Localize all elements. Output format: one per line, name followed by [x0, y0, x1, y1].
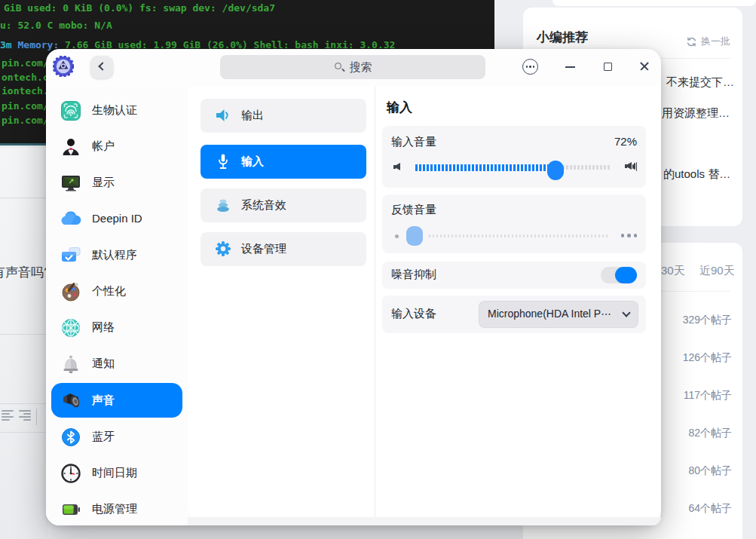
chevron-down-icon — [622, 308, 630, 317]
datetime-icon — [60, 463, 81, 484]
menu-ellipsis-button[interactable] — [522, 59, 538, 75]
input-device-label: 输入设备 — [391, 307, 436, 321]
close-button[interactable] — [638, 60, 651, 73]
recommend-post[interactable]: 的utools 替… — [663, 167, 730, 182]
sidebar-item-bluetooth[interactable]: 蓝牙 — [51, 419, 182, 455]
noise-suppression-toggle[interactable] — [601, 267, 637, 283]
toolbar-separator — [36, 409, 37, 425]
recommend-post[interactable]: 不来提交下… — [666, 75, 734, 90]
indent-list-icon[interactable] — [19, 410, 32, 421]
refresh-label: 换一批 — [701, 35, 730, 48]
divider — [0, 334, 48, 335]
sidebar-item-display[interactable]: 显示 — [51, 165, 182, 201]
terminal-line: ontech.c — [2, 72, 49, 83]
sidebar-item-personalization[interactable]: 个性化 — [51, 274, 182, 310]
sidebar-item-account[interactable]: 帐户 — [51, 129, 182, 165]
sound-nav-label: 输出 — [241, 109, 264, 123]
sidebar-item-label: 声音 — [92, 394, 115, 408]
feedback-volume-label: 反馈音量 — [391, 203, 436, 217]
post-count: 117个帖子 — [684, 389, 732, 403]
sidebar-item-label: 电源管理 — [92, 502, 137, 516]
refresh-icon — [686, 36, 697, 47]
input-volume-label: 输入音量 — [391, 135, 436, 149]
sidebar-item-sound[interactable]: 声音 — [51, 383, 182, 418]
terminal-line: GiB used: 0 KiB (0.0%) fs: swap dev: /de… — [4, 2, 275, 14]
background-question-text: 有声音吗? — [0, 264, 51, 281]
recommend-post[interactable]: 用资源整理… — [662, 106, 730, 121]
input-volume-slider[interactable] — [415, 159, 610, 176]
terminal-line: iontech. — [2, 85, 49, 96]
feedback-volume-card: 反馈音量 — [382, 194, 646, 253]
back-button[interactable] — [90, 56, 113, 78]
sound-nav-device-management[interactable]: 设备管理 — [200, 232, 366, 266]
sound-nav-output[interactable]: 输出 — [200, 99, 366, 133]
noise-suppression-label: 噪音抑制 — [391, 268, 436, 282]
sidebar-item-label: 时间日期 — [92, 466, 137, 480]
sidebar-item-label: 默认程序 — [92, 248, 137, 262]
bluetooth-icon — [60, 427, 81, 448]
sidebar-item-power[interactable]: 电源管理 — [51, 492, 182, 528]
sidebar-item-label: 个性化 — [92, 284, 126, 299]
minimize-button[interactable] — [564, 60, 577, 73]
chevron-left-icon — [98, 62, 106, 70]
microphone-icon — [214, 152, 232, 170]
sound-nav-label: 系统音效 — [241, 198, 286, 213]
divider — [0, 403, 48, 404]
recommend-title: 小编推荐 — [537, 29, 588, 46]
terminal-line: u: 52.0 C mobo: N/A — [0, 20, 112, 31]
search-input[interactable]: 搜索 — [220, 55, 485, 79]
sidebar-item-datetime[interactable]: 时间日期 — [51, 455, 182, 492]
slider-track-fill — [415, 164, 556, 171]
divider — [0, 198, 48, 198]
input-volume-value: 72% — [614, 135, 637, 148]
personalization-icon — [60, 281, 81, 302]
control-center-window: 搜索 生物认证 — [46, 49, 661, 525]
input-volume-card: 输入音量 72% — [382, 126, 646, 188]
sidebar-item-deepin-id[interactable]: Deepin ID — [51, 201, 182, 237]
volume-high-icon[interactable] — [625, 161, 635, 172]
divider — [0, 432, 48, 433]
post-count: 80个帖子 — [688, 464, 732, 478]
sound-nav-system-effects[interactable]: 系统音效 — [200, 188, 366, 222]
noise-suppression-card: 噪音抑制 — [382, 262, 646, 289]
terminal-line: pin.com/ — [2, 57, 49, 69]
background-card-top — [552, 0, 756, 6]
slider-thumb[interactable] — [547, 161, 564, 180]
window-bottom-strip — [188, 517, 661, 525]
sound-nav-label: 输入 — [241, 155, 264, 169]
speaker-output-icon — [214, 106, 232, 124]
panel-divider — [375, 87, 375, 517]
cloud-icon — [60, 209, 81, 230]
volume-low-icon[interactable] — [393, 161, 404, 173]
sidebar-item-network[interactable]: 网络 — [51, 310, 182, 346]
sidebar-item-biometric[interactable]: 生物认证 — [51, 93, 182, 129]
post-count: 64个帖子 — [688, 502, 732, 516]
background-left-panel: 有声音吗? — [0, 148, 48, 539]
page-title: 输入 — [387, 99, 412, 116]
feedback-meter-track — [429, 234, 610, 237]
post-count: 126个帖子 — [683, 351, 732, 365]
sound-nav-input[interactable]: 输入 — [200, 145, 366, 179]
terminal-line: pin.com/ — [2, 100, 49, 112]
maximize-button[interactable] — [601, 60, 615, 73]
search-placeholder: 搜索 — [350, 60, 372, 75]
refresh-batch-button[interactable]: 换一批 — [686, 35, 730, 48]
sidebar-item-label: 帐户 — [92, 139, 115, 154]
more-ellipsis-icon[interactable] — [621, 234, 638, 237]
sound-effect-icon — [214, 196, 232, 214]
input-device-dropdown[interactable]: Microphone(HDA Intel P⋯ — [479, 301, 638, 328]
search-icon — [334, 62, 344, 72]
default-apps-icon — [60, 245, 81, 266]
align-list-icon[interactable] — [2, 410, 14, 421]
post-count: 329个帖子 — [683, 314, 732, 327]
sidebar-item-label: 蓝牙 — [92, 430, 115, 444]
terminal-line: pin.com/ — [2, 115, 49, 126]
notification-icon — [60, 354, 81, 375]
feedback-meter-level — [406, 226, 423, 246]
sidebar-item-notification[interactable]: 通知 — [51, 346, 182, 382]
tab-recent-90-days[interactable]: 近90天 — [699, 264, 735, 278]
input-device-card: 输入设备 Microphone(HDA Intel P⋯ — [382, 296, 646, 333]
toggle-knob — [615, 267, 637, 283]
sidebar-item-default-apps[interactable]: 默认程序 — [51, 237, 182, 274]
sidebar-item-label: 生物认证 — [92, 103, 137, 118]
